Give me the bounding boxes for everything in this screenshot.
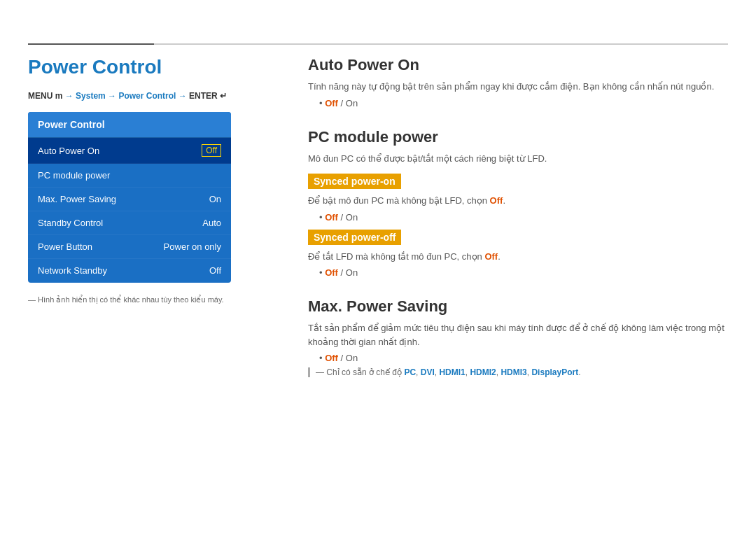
menu-box: Power Control Auto Power On Off PC modul… (28, 112, 231, 283)
synced-off-desc: Để tắt LFD mà không tắt mô đun PC, chọn … (308, 250, 728, 264)
left-footnote: ― Hình ảnh hiển thị có thể khác nhau tùy… (28, 295, 266, 304)
page-title: Power Control (28, 56, 266, 78)
top-border (28, 43, 728, 45)
enter-symbol: ↵ (220, 91, 227, 101)
bullet-synced-off: Off / On (319, 267, 728, 278)
synced-on-desc: Để bật mô đun PC mà không bật LFD, chọn … (308, 194, 728, 208)
menu-item-label: Max. Power Saving (38, 194, 116, 204)
bullet-off-on-auto: Off / On (319, 98, 728, 108)
mode-displayport: DisplayPort (531, 367, 578, 377)
off-ref2: Off (484, 251, 498, 262)
sep: / (341, 98, 346, 108)
right-panel: Auto Power On Tính năng này tự động bật … (308, 56, 728, 397)
menu-item-value: Power on only (164, 241, 221, 252)
enter-label: ENTER (189, 91, 220, 101)
menu-item-label: Network Standby (38, 265, 107, 276)
synced-power-on-label: Synced power-on (308, 174, 401, 189)
section-desc-auto-power-on: Tính năng này tự động bật trên sản phẩm … (308, 80, 728, 94)
menu-item-value: Off (202, 144, 221, 157)
sep: / (341, 212, 346, 223)
section-auto-power-on: Auto Power On Tính năng này tự động bật … (308, 56, 728, 108)
menu-item-value: On (209, 194, 221, 204)
on-label: On (346, 353, 358, 363)
off-label: Off (325, 98, 338, 108)
menu-item-auto-power-on[interactable]: Auto Power On Off (28, 138, 231, 164)
sep: / (341, 267, 346, 278)
menu-item-max-power-saving[interactable]: Max. Power Saving On (28, 188, 231, 211)
section-desc-pc-module: Mô đun PC có thể được bật/tắt một cách r… (308, 152, 728, 166)
menu-item-network-standby[interactable]: Network Standby Off (28, 259, 231, 283)
mode-pc: PC (404, 367, 416, 377)
arrow1: → (65, 91, 76, 101)
left-panel: Power Control MENU m → System → Power Co… (28, 56, 266, 397)
off-ref: Off (490, 195, 503, 206)
menu-item-label: Standby Control (38, 218, 103, 228)
menu-item-label: Auto Power On (38, 146, 99, 156)
mode-hdmi2: HDMI2 (470, 367, 496, 377)
mode-hdmi3: HDMI3 (500, 367, 526, 377)
off-label: Off (325, 353, 338, 363)
menu-item-label: PC module power (38, 170, 110, 181)
section-max-power-saving: Max. Power Saving Tắt sản phẩm để giảm m… (308, 297, 728, 377)
off-label: Off (325, 267, 338, 278)
section-pc-module-power: PC module power Mô đun PC có thể được bậ… (308, 128, 728, 279)
bullet-max-power: Off / On (319, 353, 728, 363)
menu-item-power-button[interactable]: Power Button Power on only (28, 235, 231, 259)
system-link: System (76, 91, 108, 101)
arrow3: → (178, 91, 189, 101)
section-title-max-power: Max. Power Saving (308, 297, 728, 316)
menu-item-value: Off (209, 265, 221, 276)
sep: / (341, 353, 346, 363)
section-title-auto-power-on: Auto Power On (308, 56, 728, 74)
menu-box-title: Power Control (28, 112, 231, 138)
bullet-synced-on: Off / On (319, 212, 728, 223)
menu-item-label: Power Button (38, 241, 92, 252)
menu-item-standby-control[interactable]: Standby Control Auto (28, 211, 231, 235)
mode-dvi: DVI (421, 367, 435, 377)
menu-prefix: MENU (28, 91, 55, 101)
menu-item-value: Auto (202, 218, 221, 228)
section-title-pc-module: PC module power (308, 128, 728, 146)
on-label: On (346, 212, 358, 223)
menu-item-pc-module-power[interactable]: PC module power (28, 164, 231, 188)
synced-power-off-label: Synced power-off (308, 230, 401, 245)
off-label: Off (325, 212, 338, 223)
menu-symbol: m (55, 91, 65, 101)
power-control-link: Power Control (118, 91, 178, 101)
on-label: On (346, 267, 358, 278)
menu-path: MENU m → System → Power Control → ENTER … (28, 91, 266, 101)
section-desc-max-power: Tắt sản phẩm để giảm mức tiêu thụ điện s… (308, 321, 728, 349)
max-power-footnote: ― Chỉ có sẵn ở chế độ PC, DVI, HDMI1, HD… (308, 367, 728, 377)
arrow2: → (108, 91, 118, 101)
on-label: On (346, 98, 358, 108)
mode-hdmi1: HDMI1 (439, 367, 465, 377)
